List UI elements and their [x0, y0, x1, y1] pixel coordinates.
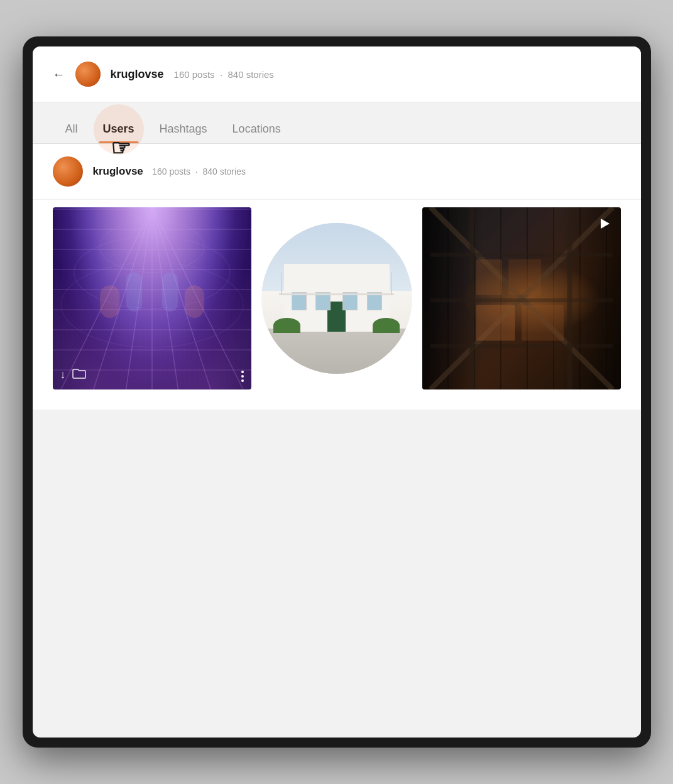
- user-result-row[interactable]: kruglovse 160 posts · 840 stories: [33, 144, 641, 200]
- media-item-house[interactable]: [261, 207, 412, 389]
- media-item-industrial[interactable]: [422, 207, 621, 389]
- svg-rect-12: [161, 273, 178, 312]
- folder-icon[interactable]: [72, 368, 86, 382]
- more-options-icon[interactable]: [241, 371, 244, 382]
- user-result-info: kruglovse 160 posts · 840 stories: [93, 165, 246, 178]
- tab-all[interactable]: All: [53, 115, 90, 143]
- svg-rect-23: [476, 259, 501, 295]
- screen: ← kruglovse 160 posts · 840 stories All …: [33, 46, 641, 738]
- header-username: kruglovse: [111, 68, 164, 81]
- result-username: kruglovse: [93, 165, 143, 177]
- svg-rect-11: [126, 273, 142, 312]
- svg-rect-19: [430, 298, 613, 302]
- tab-locations[interactable]: Locations: [220, 115, 293, 143]
- svg-rect-21: [476, 305, 515, 340]
- play-icon[interactable]: [596, 215, 613, 232]
- media-controls: ↓: [60, 368, 86, 382]
- svg-rect-24: [508, 259, 541, 295]
- result-avatar: [53, 156, 83, 187]
- download-icon[interactable]: ↓: [60, 368, 66, 381]
- device-frame: ← kruglovse 160 posts · 840 stories All …: [23, 36, 651, 748]
- svg-rect-20: [430, 344, 613, 348]
- tab-hashtags[interactable]: Hashtags: [147, 115, 220, 143]
- svg-rect-13: [184, 285, 204, 318]
- back-button[interactable]: ←: [53, 68, 65, 80]
- header: ← kruglovse 160 posts · 840 stories: [33, 46, 641, 102]
- svg-rect-22: [522, 305, 564, 340]
- svg-rect-18: [430, 253, 613, 257]
- tabs-section: All Users ☞ Hashtags Locations: [33, 102, 641, 143]
- header-stats: 160 posts · 840 stories: [174, 69, 274, 80]
- tab-users[interactable]: Users ☞: [90, 115, 147, 143]
- avatar: [75, 62, 101, 87]
- media-item-cathedral[interactable]: ↓: [53, 207, 251, 389]
- search-results-content: kruglovse 160 posts · 840 stories: [33, 143, 641, 410]
- media-grid: ↓: [33, 200, 641, 410]
- result-stats: 160 posts · 840 stories: [152, 166, 246, 177]
- svg-rect-10: [100, 285, 119, 318]
- tabs-container: All Users ☞ Hashtags Locations: [53, 115, 621, 143]
- house-image: [261, 223, 412, 374]
